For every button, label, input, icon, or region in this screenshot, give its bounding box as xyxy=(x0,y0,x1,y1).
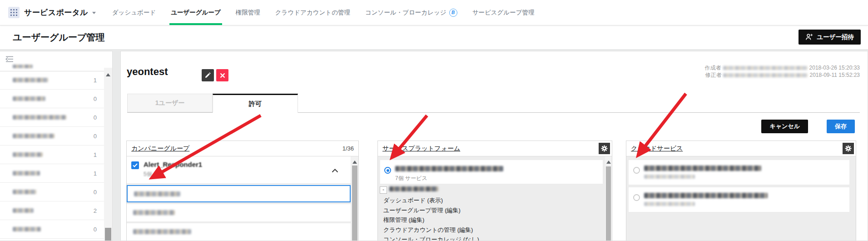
delete-group-button[interactable] xyxy=(216,69,228,81)
company-item[interactable] xyxy=(127,204,351,221)
sidebar-group-row[interactable]: 1 xyxy=(0,164,104,183)
nav-item-3[interactable]: 権限管理 xyxy=(236,0,260,25)
nav-item-label: ダッシュボード xyxy=(112,9,156,17)
redacted-creator-email xyxy=(723,66,808,70)
sidebar-group-row[interactable]: 0 xyxy=(0,183,104,201)
sidebar-group-row[interactable]: 0 xyxy=(0,220,104,239)
company-group-name: Alert_Responder1 xyxy=(144,161,202,168)
permission-list: ダッシュボード (表示)ユーザーグループ管理 (編集)権限管理 (編集)クラウド… xyxy=(383,196,602,241)
group-user-count: 1 xyxy=(94,151,97,158)
service-platform-title-link[interactable]: サービスプラットフォーム xyxy=(382,145,460,153)
tree-collapse-toggle[interactable]: - xyxy=(380,186,387,194)
sidebar-group-row[interactable]: 1 xyxy=(0,71,104,90)
group-list: 100011020 xyxy=(0,71,104,239)
save-button[interactable]: 保存 xyxy=(827,120,855,133)
service-panel-scrollbar-thumb[interactable] xyxy=(606,166,611,241)
nav-item-5[interactable]: コンソール・ブローカレッジB xyxy=(365,0,457,25)
redacted-group-name xyxy=(13,152,43,157)
app-switcher-caret-icon[interactable] xyxy=(92,12,96,16)
cancel-button[interactable]: キャンセル xyxy=(761,120,808,133)
active-nav-underline xyxy=(169,23,222,25)
company-group-checkbox[interactable] xyxy=(131,161,139,169)
beta-badge-icon: B xyxy=(449,9,457,17)
scroll-up-arrow-icon[interactable] xyxy=(106,71,110,76)
redacted-group-name-partial xyxy=(13,65,33,68)
gear-icon xyxy=(601,145,608,152)
scroll-up-arrow-icon[interactable] xyxy=(606,158,611,164)
collapse-sidebar-icon[interactable] xyxy=(5,55,15,65)
company-panel-scrollbar-thumb[interactable] xyxy=(352,166,357,241)
top-nav: サービスポータル ダッシュボードユーザーグループ権限管理クラウドアカウントの管理… xyxy=(0,0,868,25)
close-icon xyxy=(220,73,225,78)
edit-group-button[interactable] xyxy=(202,69,214,81)
check-icon xyxy=(133,163,138,167)
group-detail-card: yeontest 作成者2018-03-26 15:20:33 修正者2018-… xyxy=(120,51,868,241)
scroll-up-arrow-icon[interactable] xyxy=(352,158,357,164)
service-group-radio-selected[interactable] xyxy=(384,167,391,174)
tab-permissions[interactable]: 許可 xyxy=(213,94,298,113)
service-panel-scrollbar[interactable] xyxy=(605,156,612,241)
nav-item-label: ユーザーグループ xyxy=(171,9,221,17)
app-grid-icon[interactable] xyxy=(8,7,20,18)
company-group-panel: カンパニーグループ 1/36 Alert_Responder1 5個 会社 xyxy=(126,141,359,241)
redacted-group-name xyxy=(13,227,41,231)
cloud-service-title-link[interactable]: クラウドサービス xyxy=(631,145,683,153)
sidebar-group-row[interactable]: 1 xyxy=(0,146,104,164)
company-item[interactable] xyxy=(127,223,351,241)
cloud-service-row[interactable] xyxy=(629,160,849,185)
redacted-cloud-service-subtext xyxy=(644,202,695,206)
nav-item-2[interactable]: ユーザーグループ xyxy=(171,0,221,25)
nav-item-1[interactable]: ダッシュボード xyxy=(112,0,156,25)
created-label: 作成者 xyxy=(705,65,721,71)
permission-item: コンソール・ブローカレッジ (なし) xyxy=(383,236,602,241)
pencil-icon xyxy=(204,72,211,79)
cloud-service-radio[interactable] xyxy=(633,194,640,201)
created-datetime: 2018-03-26 15:20:33 xyxy=(809,65,860,71)
permission-item: 権限管理 (編集) xyxy=(383,216,602,226)
audit-meta: 作成者2018-03-26 15:20:33 修正者2018-09-11 15:… xyxy=(705,64,860,79)
group-list-sidebar: 100011020 xyxy=(0,51,113,241)
company-panel-scrollbar[interactable] xyxy=(351,156,358,241)
group-user-count: 1 xyxy=(94,77,97,84)
sidebar-group-row[interactable]: 0 xyxy=(0,90,104,108)
redacted-group-name xyxy=(13,115,66,120)
detail-tabs: 1ユーザー 許可 xyxy=(127,94,298,113)
service-group-subtext: 7個 サービス xyxy=(395,175,427,182)
sidebar-group-row[interactable]: 0 xyxy=(0,108,104,127)
permission-item: ユーザーグループ管理 (編集) xyxy=(383,206,602,216)
redacted-cloud-service-subtext xyxy=(644,175,695,179)
gear-icon xyxy=(845,145,852,152)
cloud-service-settings-button[interactable] xyxy=(843,143,854,154)
redacted-group-name xyxy=(13,208,34,213)
sidebar-group-row[interactable]: 0 xyxy=(0,127,104,146)
service-portal-page: サービスポータル ダッシュボードユーザーグループ権限管理クラウドアカウントの管理… xyxy=(0,0,868,241)
company-group-checked-row[interactable]: Alert_Responder1 5個 会社 xyxy=(127,156,351,183)
invite-user-button[interactable]: ユーザー招待 xyxy=(799,30,861,45)
nav-item-6[interactable]: サービスグループ管理 xyxy=(472,0,535,25)
redacted-group-name xyxy=(13,134,55,138)
modified-datetime: 2018-09-11 15:52:23 xyxy=(809,72,860,78)
company-group-title-link[interactable]: カンパニーグループ xyxy=(131,145,189,153)
group-user-count: 0 xyxy=(94,95,97,102)
app-title[interactable]: サービスポータル xyxy=(24,7,88,18)
service-platform-settings-button[interactable] xyxy=(599,143,610,154)
redacted-group-name xyxy=(13,78,48,82)
group-user-count: 0 xyxy=(94,226,97,233)
nav-item-label: クラウドアカウントの管理 xyxy=(275,9,350,17)
redacted-cloud-service-name xyxy=(644,193,768,198)
service-group-selected-row[interactable]: 7個 サービス xyxy=(380,160,603,184)
company-group-header: カンパニーグループ 1/36 xyxy=(127,141,358,156)
sidebar-scrollbar-thumb[interactable] xyxy=(105,228,111,241)
sidebar-group-row[interactable]: 2 xyxy=(0,201,104,220)
company-group-body: Alert_Responder1 5個 会社 xyxy=(127,156,358,241)
sidebar-scrollbar[interactable] xyxy=(104,68,112,241)
invite-user-label: ユーザー招待 xyxy=(817,33,854,41)
sidebar-header xyxy=(0,51,104,71)
tab-users[interactable]: 1ユーザー xyxy=(127,94,213,112)
cloud-service-row[interactable] xyxy=(629,187,849,212)
company-item-selected[interactable] xyxy=(127,185,351,202)
nav-item-4[interactable]: クラウドアカウントの管理 xyxy=(275,0,350,25)
chevron-up-icon[interactable] xyxy=(332,166,338,175)
company-group-counter: 1/36 xyxy=(342,145,354,152)
cloud-service-radio[interactable] xyxy=(633,167,640,174)
